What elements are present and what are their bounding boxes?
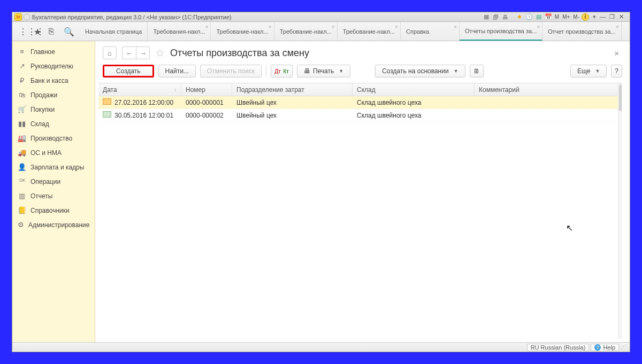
tb-history-icon[interactable]: 🕓 (525, 13, 533, 21)
printer-icon: 🖶 (304, 67, 310, 75)
favorite-star-icon[interactable]: ☆ (155, 47, 165, 59)
table-row[interactable]: 30.05.2016 12:00:010000-000002Швейный це… (98, 109, 622, 122)
tab-close-icon[interactable]: × (395, 24, 398, 30)
sidebar-item-12[interactable]: ⚙Администрирование (12, 218, 95, 232)
tb-mplus-btn[interactable]: M+ (561, 14, 571, 20)
tab-label: Отчет производства за... (548, 28, 615, 35)
sidebar-icon: 📒 (18, 206, 26, 214)
sidebar-item-4[interactable]: 🛒Покупки (12, 102, 95, 117)
help-button[interactable]: ? (611, 65, 622, 78)
forward-button[interactable]: → (136, 47, 150, 59)
statusbar: RU Russian (Russia) ?Help ⋰ (12, 342, 630, 352)
tb-cal-icon[interactable]: 📅 (544, 13, 553, 21)
sidebar-item-11[interactable]: 📒Справочники (12, 203, 95, 218)
sidebar-icon: ᴰᴷ (18, 177, 26, 185)
toolbar: Создать Найти... Отменить поиск ДтКт 🖶Пе… (95, 63, 630, 83)
page-title: Отчеты производства за смену (170, 48, 309, 59)
tab-close-icon[interactable]: × (205, 24, 209, 30)
sidebar-icon: 🏭 (18, 134, 26, 142)
history-crop-icon[interactable]: ⎘ (49, 27, 58, 36)
tab-start-label: Начальная страница (85, 28, 142, 35)
app-window: 1c Бухгалтерия предприятия, редакция 3.0… (12, 12, 630, 352)
sidebar-item-6[interactable]: 🏭Производство (12, 131, 95, 145)
tb-dash-icon[interactable]: ▾ (590, 13, 599, 21)
sidebar-icon: 🛍 (18, 91, 26, 99)
search-icon[interactable]: 🔍 (64, 27, 73, 36)
tb-mminus-btn[interactable]: M- (572, 14, 580, 20)
tab-label: Требования-накл... (153, 28, 205, 35)
sidebar-label: Операции (30, 178, 60, 185)
mouse-cursor-icon: ↖ (566, 223, 573, 233)
close-page-button[interactable]: × (614, 49, 622, 58)
titlebar-dot-icon (24, 14, 30, 20)
tab-0[interactable]: Требования-накл...× (148, 22, 211, 41)
table-cell: Склад швейного цеха (353, 112, 475, 119)
sidebar-item-8[interactable]: 👤Зарплата и кадры (12, 160, 95, 174)
sidebar-item-2[interactable]: ₽Банк и касса (12, 73, 95, 88)
sidebar-item-10[interactable]: ▥Отчеты (12, 189, 95, 203)
home-button[interactable]: ⌂ (103, 47, 117, 59)
tab-6[interactable]: Отчет производства за...× (542, 22, 621, 41)
minimize-btn[interactable]: — (600, 13, 608, 21)
cancel-search-button[interactable]: Отменить поиск (200, 65, 262, 78)
attach-button[interactable]: 🗎 (470, 65, 484, 78)
sidebar-label: Продажи (30, 91, 57, 99)
tb-m-btn[interactable]: M (554, 14, 560, 20)
tb-sep (511, 13, 514, 21)
sidebar-item-9[interactable]: ᴰᴷОперации (12, 174, 95, 189)
col-comment[interactable]: Комментарий (475, 83, 622, 96)
sidebar-icon: 🚚 (18, 149, 26, 157)
tab-label: Справка (406, 28, 429, 35)
create-button[interactable]: Создать (103, 65, 154, 78)
tab-2[interactable]: Требование-накл...× (274, 22, 338, 41)
tb-doc-icon[interactable]: 🗐 (492, 13, 500, 21)
create-based-button[interactable]: Создать на основании▼ (375, 65, 465, 78)
lang-indicator[interactable]: RU Russian (Russia) (527, 344, 590, 351)
help-indicator[interactable]: ?Help (591, 344, 619, 351)
col-warehouse[interactable]: Склад (353, 83, 475, 96)
documents-table: Дата↓ Номер Подразделение затрат Склад К… (98, 83, 622, 339)
close-btn[interactable]: ✕ (619, 13, 628, 21)
tb-grid-icon[interactable]: ▦ (482, 13, 491, 21)
tab-close-icon[interactable]: × (537, 24, 540, 30)
tab-start[interactable]: Начальная страница (80, 22, 148, 41)
tb-calc-icon[interactable]: ▤ (534, 13, 543, 21)
col-subdiv[interactable]: Подразделение затрат (232, 83, 353, 96)
favorites-star-icon[interactable]: ★ (34, 27, 43, 36)
table-header: Дата↓ Номер Подразделение затрат Склад К… (98, 83, 622, 96)
tab-close-icon[interactable]: × (269, 24, 272, 30)
sidebar-icon: 🛒 (18, 105, 26, 113)
apps-grid-icon[interactable]: ⋮⋮⋮ (19, 27, 28, 36)
resize-grip-icon[interactable]: ⋰ (621, 344, 626, 351)
titlebar: 1c Бухгалтерия предприятия, редакция 3.0… (12, 12, 630, 22)
sidebar-item-3[interactable]: 🛍Продажи (12, 88, 95, 102)
back-button[interactable]: ← (122, 47, 136, 59)
tb-print-icon[interactable]: 🖶 (501, 13, 510, 21)
tb-star-icon[interactable]: ★ (515, 13, 524, 21)
more-button[interactable]: Еще▼ (570, 65, 607, 78)
tab-4[interactable]: Справка× (401, 22, 460, 41)
sidebar-item-0[interactable]: ≡Главное (12, 44, 95, 59)
col-number[interactable]: Номер (181, 83, 232, 96)
dtkt-button[interactable]: ДтКт (271, 65, 293, 78)
print-button[interactable]: 🖶Печать▼ (297, 65, 350, 78)
sidebar-label: Покупки (30, 106, 55, 113)
tab-5[interactable]: Отчеты производства за...× (460, 22, 542, 41)
sidebar-icon: ↗ (18, 62, 26, 70)
tab-close-icon[interactable]: × (332, 24, 335, 30)
tab-1[interactable]: Требование-накл...× (211, 22, 274, 41)
col-date[interactable]: Дата↓ (98, 83, 181, 96)
vertical-scrollbar[interactable] (618, 83, 622, 339)
table-cell: Швейный цех (232, 99, 353, 106)
sidebar-item-7[interactable]: 🚚ОС и НМА (12, 145, 95, 160)
tab-3[interactable]: Требование-накл...× (338, 22, 401, 41)
tab-close-icon[interactable]: × (454, 24, 457, 30)
sidebar-icon: 👤 (18, 163, 26, 171)
sidebar-item-5[interactable]: ▮▮Склад (12, 117, 95, 131)
sidebar-item-1[interactable]: ↗Руководителю (12, 59, 95, 73)
find-button[interactable]: Найти... (158, 65, 196, 78)
tab-close-icon[interactable]: × (616, 24, 619, 30)
table-row[interactable]: 27.02.2016 12:00:000000-000001Швейный це… (98, 96, 622, 109)
maximize-btn[interactable]: ❐ (609, 13, 618, 21)
tb-info-icon[interactable]: i (582, 13, 589, 21)
